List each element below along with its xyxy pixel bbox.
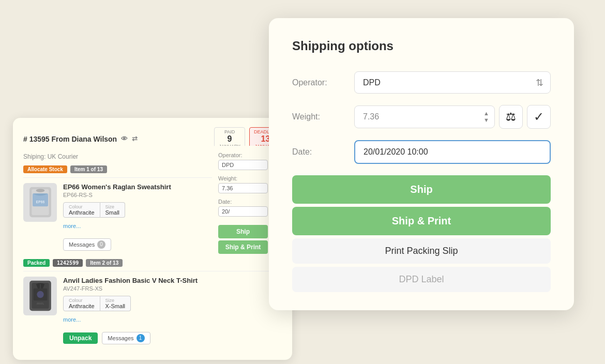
size-value-2: X-Small [105,303,126,309]
svg-point-2 [36,189,44,192]
date-input-wrap [354,140,551,164]
mini-ship-print-button[interactable]: Ship & Print [218,240,268,254]
product-image-1: EP66 [23,183,57,222]
mini-date-row: Date: 20/ [218,199,268,217]
mini-operator-label: Operator: [218,152,268,158]
messages-button-1[interactable]: Messages 0 [63,238,111,251]
shipping-options-mini: Operator: DPD Weight: 7.36 Date: 20/ Shi… [212,146,274,262]
weight-label: Weight: [292,112,344,122]
paid-date-num: 9 [219,134,240,144]
allocate-badge: Allocate Stock [23,165,67,173]
shipping-dialog: Shipping options Operator: DPD Royal Mai… [269,18,574,310]
product-info-2: Anvil Ladies Fashion Basic V Neck T-Shir… [63,277,282,344]
ship-button[interactable]: Ship [292,175,551,204]
operator-row: Operator: DPD Royal Mail Hermes DHL FedE… [292,71,551,94]
item-count-badge-2: Item 2 of 13 [86,259,123,267]
size-attr-1: Size Small [100,202,126,218]
weight-input-wrap: ▲ ▼ [354,105,495,128]
order-number: # 13595 From Diana Wilson [23,135,117,143]
mini-operator-value: DPD [218,160,268,170]
mini-weight-row: Weight: 7.36 [218,175,268,193]
print-packing-slip-button[interactable]: Print Packing Slip [292,238,551,264]
more-link-2[interactable]: more... [63,316,81,323]
ship-print-button[interactable]: Ship & Print [292,207,551,235]
colour-value-1: Anthracite [69,209,95,216]
dpd-label-button[interactable]: DPD Label [292,267,551,292]
date-control [354,140,551,164]
mini-date-label: Date: [218,199,268,205]
colour-value-2: Anthracite [69,303,95,309]
weight-up-button[interactable]: ▲ [483,110,490,117]
colour-label-1: Colour [69,204,95,209]
mini-ship-button[interactable]: Ship [218,225,268,238]
mini-date-value: 20/ [218,206,268,217]
weight-control: ▲ ▼ ⚖ ✓ [354,105,551,129]
product-attrs-2: Colour Anthracite Size X-Small [63,296,282,311]
weight-down-button[interactable]: ▼ [483,117,490,124]
product-image-2: ANVIL [23,277,57,315]
item-count-badge: Item 1 of 13 [70,165,107,173]
action-buttons: Ship Ship & Print Print Packing Slip DPD… [292,175,551,292]
operator-select[interactable]: DPD Royal Mail Hermes DHL FedEx [354,71,551,94]
operator-label: Operator: [292,78,344,87]
dialog-title: Shipping options [292,39,551,53]
date-label: Date: [292,147,344,157]
scale-icon-button[interactable]: ⚖ [499,105,523,129]
size-value-1: Small [105,209,120,216]
paid-label: PAID [219,129,240,134]
confirm-weight-button[interactable]: ✓ [527,105,551,129]
weight-spinners: ▲ ▼ [483,110,490,124]
shuffle-icon[interactable]: ⇄ [132,135,138,143]
operator-select-wrap: DPD Royal Mail Hermes DHL FedEx ⇅ [354,71,551,94]
view-icon[interactable]: 👁 [121,135,128,143]
mini-weight-label: Weight: [218,175,268,181]
weight-row: Weight: ▲ ▼ ⚖ ✓ [292,105,551,129]
messages-label-1: Messages [69,241,95,248]
packed-badge: Packed [23,259,50,267]
barcode-badge: 1242599 [53,259,83,267]
colour-attr-1: Colour Anthracite [63,202,100,218]
colour-label-2: Colour [69,298,95,303]
mini-weight-value: 7.36 [218,183,268,193]
size-label-1: Size [105,204,120,209]
date-input[interactable] [354,140,551,164]
colour-attr-2: Colour Anthracite [63,296,100,311]
operator-control: DPD Royal Mail Hermes DHL FedEx ⇅ [354,71,551,94]
mini-operator-row: Operator: DPD [218,152,268,170]
messages-button-2[interactable]: Messages 1 [102,332,150,344]
messages-count-1: 0 [97,240,105,249]
product-sku-2: AV247-FRS-XS [63,285,282,292]
messages-label-2: Messages [108,335,133,341]
svg-point-8 [37,291,43,298]
svg-text:ANVIL: ANVIL [36,302,44,305]
item-2-actions: Unpack Messages 1 [63,328,282,344]
unpack-button[interactable]: Unpack [63,332,98,344]
date-row: Date: [292,140,551,164]
more-link-1[interactable]: more... [63,223,81,229]
messages-count-2: 1 [137,334,145,342]
weight-input[interactable] [354,105,495,128]
svg-text:EP66: EP66 [36,201,44,204]
product-name-2: Anvil Ladies Fashion Basic V Neck T-Shir… [63,277,282,284]
product-row-2: ANVIL Anvil Ladies Fashion Basic V Neck … [23,271,282,350]
size-label-2: Size [105,298,126,303]
order-title: # 13595 From Diana Wilson 👁 ⇄ [23,135,138,143]
size-attr-2: Size X-Small [100,296,131,311]
